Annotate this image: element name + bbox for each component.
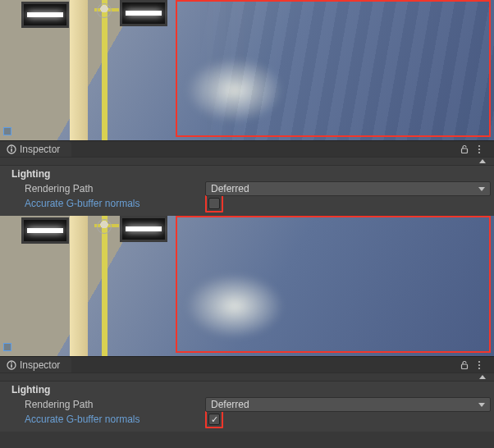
row-accurate-normals: Accurate G-buffer normals [0,412,494,427]
chevron-down-icon [478,403,485,407]
row-rendering-path: Rendering Path Deferred [0,181,494,196]
section-lighting-header[interactable]: Lighting [0,382,494,397]
section-lighting-header[interactable]: Lighting [0,166,494,181]
chevron-down-icon [478,187,485,191]
svg-point-13 [478,367,480,368]
more-icon[interactable] [478,144,486,154]
more-icon[interactable] [478,360,486,370]
rendering-path-label: Rendering Path [25,183,205,194]
rendering-path-value: Deferred [211,183,249,194]
svg-point-5 [478,148,480,149]
accurate-normals-checkbox[interactable] [208,198,220,209]
tab-inspector[interactable]: Inspector [0,357,71,373]
lock-icon[interactable] [460,360,469,370]
tab-inspector[interactable]: Inspector [0,141,71,157]
inspector-tabstrip: Inspector [0,140,494,157]
checkbox-highlight [205,410,223,428]
svg-rect-1 [11,149,12,152]
svg-rect-9 [11,362,12,363]
rendering-path-label: Rendering Path [25,399,205,410]
accurate-normals-label[interactable]: Accurate G-buffer normals [25,414,205,425]
accurate-normals-label[interactable]: Accurate G-buffer normals [25,198,205,209]
scene-preview [0,216,494,356]
rendering-path-dropdown[interactable]: Deferred [205,397,491,412]
inspector-panel: Lighting Rendering Path Deferred Accurat… [0,157,494,216]
row-accurate-normals: Accurate G-buffer normals [0,196,494,211]
info-icon [7,144,16,154]
svg-rect-3 [462,149,468,153]
lock-icon[interactable] [460,144,469,154]
difference-highlight [176,216,491,353]
checkbox-highlight [205,194,223,213]
svg-point-6 [478,151,480,153]
info-icon [7,360,16,370]
svg-rect-8 [11,364,12,368]
difference-highlight [176,0,491,137]
tab-inspector-label: Inspector [20,359,60,371]
rendering-path-dropdown[interactable]: Deferred [205,181,491,196]
inspector-panel: Lighting Rendering Path Deferred Accurat… [0,373,494,432]
inspector-tabstrip: Inspector [0,356,494,373]
svg-rect-2 [11,146,12,148]
svg-rect-10 [462,364,468,369]
tab-inspector-label: Inspector [20,144,60,155]
scene-preview [0,0,494,140]
svg-point-4 [478,144,480,146]
row-rendering-path: Rendering Path Deferred [0,397,494,412]
rendering-path-value: Deferred [211,399,249,410]
collapse-icon[interactable] [479,375,486,379]
svg-point-12 [478,363,480,365]
collapse-icon[interactable] [479,159,486,163]
svg-point-11 [478,360,480,362]
accurate-normals-checkbox[interactable] [208,414,220,425]
